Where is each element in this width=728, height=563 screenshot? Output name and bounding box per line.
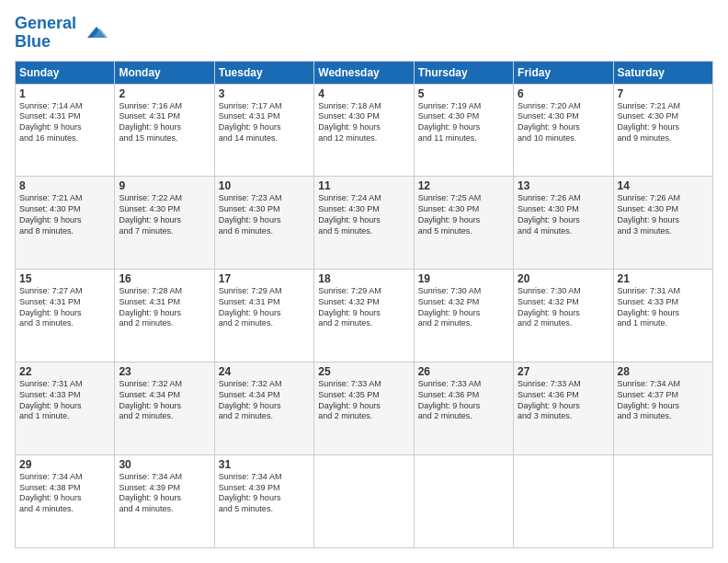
day-info: Sunrise: 7:33 AMSunset: 4:36 PMDaylight:…	[418, 379, 509, 422]
calendar-cell: 15Sunrise: 7:27 AMSunset: 4:31 PMDayligh…	[16, 270, 115, 362]
calendar-week-row: 1Sunrise: 7:14 AMSunset: 4:31 PMDaylight…	[16, 84, 713, 177]
day-info: Sunrise: 7:25 AMSunset: 4:30 PMDaylight:…	[418, 193, 509, 236]
day-number: 19	[418, 272, 509, 285]
day-number: 17	[219, 272, 310, 285]
day-info: Sunrise: 7:30 AMSunset: 4:32 PMDaylight:…	[418, 286, 509, 329]
calendar-cell: 10Sunrise: 7:23 AMSunset: 4:30 PMDayligh…	[214, 177, 313, 270]
day-info: Sunrise: 7:33 AMSunset: 4:35 PMDaylight:…	[318, 379, 409, 422]
logo-text: GeneralBlue	[15, 15, 76, 52]
calendar-cell: 18Sunrise: 7:29 AMSunset: 4:32 PMDayligh…	[314, 270, 414, 362]
day-info: Sunrise: 7:27 AMSunset: 4:31 PMDaylight:…	[19, 286, 110, 329]
calendar-cell	[613, 455, 712, 548]
logo: GeneralBlue	[15, 15, 108, 52]
calendar-cell	[514, 455, 613, 548]
day-number: 8	[19, 179, 110, 192]
calendar-cell: 21Sunrise: 7:31 AMSunset: 4:33 PMDayligh…	[613, 270, 712, 362]
calendar-cell: 27Sunrise: 7:33 AMSunset: 4:36 PMDayligh…	[514, 362, 613, 455]
calendar-week-row: 8Sunrise: 7:21 AMSunset: 4:30 PMDaylight…	[16, 177, 713, 270]
calendar-week-row: 22Sunrise: 7:31 AMSunset: 4:33 PMDayligh…	[16, 362, 713, 455]
day-info: Sunrise: 7:31 AMSunset: 4:33 PMDaylight:…	[618, 286, 709, 329]
calendar-week-row: 29Sunrise: 7:34 AMSunset: 4:38 PMDayligh…	[16, 455, 713, 548]
day-number: 20	[518, 272, 609, 285]
header: GeneralBlue	[15, 15, 713, 52]
day-info: Sunrise: 7:26 AMSunset: 4:30 PMDaylight:…	[518, 193, 609, 236]
calendar-cell: 25Sunrise: 7:33 AMSunset: 4:35 PMDayligh…	[314, 362, 414, 455]
calendar-day-header: Tuesday	[214, 61, 313, 84]
day-number: 13	[518, 179, 609, 192]
day-number: 22	[19, 365, 110, 378]
day-info: Sunrise: 7:14 AMSunset: 4:31 PMDaylight:…	[19, 101, 110, 144]
day-number: 3	[219, 87, 310, 100]
day-number: 21	[618, 272, 709, 285]
calendar-cell	[314, 455, 414, 548]
calendar-cell: 13Sunrise: 7:26 AMSunset: 4:30 PMDayligh…	[514, 177, 613, 270]
day-info: Sunrise: 7:20 AMSunset: 4:30 PMDaylight:…	[518, 101, 609, 144]
day-number: 18	[318, 272, 409, 285]
day-number: 1	[19, 87, 110, 100]
day-info: Sunrise: 7:29 AMSunset: 4:32 PMDaylight:…	[318, 286, 409, 329]
calendar-cell: 26Sunrise: 7:33 AMSunset: 4:36 PMDayligh…	[414, 362, 513, 455]
day-number: 10	[219, 179, 310, 192]
day-info: Sunrise: 7:31 AMSunset: 4:33 PMDaylight:…	[19, 379, 110, 422]
calendar-day-header: Sunday	[16, 61, 115, 84]
logo-icon	[80, 19, 108, 47]
day-info: Sunrise: 7:16 AMSunset: 4:31 PMDaylight:…	[119, 101, 210, 144]
day-number: 26	[418, 365, 509, 378]
day-number: 30	[119, 458, 210, 471]
calendar-week-row: 15Sunrise: 7:27 AMSunset: 4:31 PMDayligh…	[16, 270, 713, 362]
calendar-cell: 5Sunrise: 7:19 AMSunset: 4:30 PMDaylight…	[414, 84, 513, 177]
day-info: Sunrise: 7:18 AMSunset: 4:30 PMDaylight:…	[318, 101, 409, 144]
calendar-cell: 11Sunrise: 7:24 AMSunset: 4:30 PMDayligh…	[314, 177, 414, 270]
day-number: 12	[418, 179, 509, 192]
calendar-cell: 8Sunrise: 7:21 AMSunset: 4:30 PMDaylight…	[16, 177, 115, 270]
day-info: Sunrise: 7:21 AMSunset: 4:30 PMDaylight:…	[19, 193, 110, 236]
day-info: Sunrise: 7:32 AMSunset: 4:34 PMDaylight:…	[219, 379, 310, 422]
day-info: Sunrise: 7:34 AMSunset: 4:38 PMDaylight:…	[19, 472, 110, 515]
calendar-cell: 7Sunrise: 7:21 AMSunset: 4:30 PMDaylight…	[613, 84, 712, 177]
calendar-cell: 30Sunrise: 7:34 AMSunset: 4:39 PMDayligh…	[115, 455, 214, 548]
day-number: 2	[119, 87, 210, 100]
day-number: 7	[618, 87, 709, 100]
day-number: 31	[219, 458, 310, 471]
day-info: Sunrise: 7:30 AMSunset: 4:32 PMDaylight:…	[518, 286, 609, 329]
calendar-cell: 12Sunrise: 7:25 AMSunset: 4:30 PMDayligh…	[414, 177, 513, 270]
calendar-cell	[414, 455, 513, 548]
calendar-cell: 22Sunrise: 7:31 AMSunset: 4:33 PMDayligh…	[16, 362, 115, 455]
calendar-cell: 4Sunrise: 7:18 AMSunset: 4:30 PMDaylight…	[314, 84, 414, 177]
calendar-day-header: Monday	[115, 61, 214, 84]
calendar-cell: 3Sunrise: 7:17 AMSunset: 4:31 PMDaylight…	[214, 84, 313, 177]
calendar-day-header: Thursday	[414, 61, 513, 84]
day-info: Sunrise: 7:17 AMSunset: 4:31 PMDaylight:…	[219, 101, 310, 144]
calendar-header-row: SundayMondayTuesdayWednesdayThursdayFrid…	[16, 61, 713, 84]
day-info: Sunrise: 7:21 AMSunset: 4:30 PMDaylight:…	[618, 101, 709, 144]
calendar-cell: 20Sunrise: 7:30 AMSunset: 4:32 PMDayligh…	[514, 270, 613, 362]
day-number: 14	[618, 179, 709, 192]
calendar-cell: 2Sunrise: 7:16 AMSunset: 4:31 PMDaylight…	[115, 84, 214, 177]
day-info: Sunrise: 7:34 AMSunset: 4:39 PMDaylight:…	[219, 472, 310, 515]
page: GeneralBlue SundayMondayTuesdayWednesday…	[0, 0, 728, 563]
day-info: Sunrise: 7:24 AMSunset: 4:30 PMDaylight:…	[318, 193, 409, 236]
day-info: Sunrise: 7:29 AMSunset: 4:31 PMDaylight:…	[219, 286, 310, 329]
calendar-cell: 31Sunrise: 7:34 AMSunset: 4:39 PMDayligh…	[214, 455, 313, 548]
calendar-cell: 6Sunrise: 7:20 AMSunset: 4:30 PMDaylight…	[514, 84, 613, 177]
day-number: 27	[518, 365, 609, 378]
day-info: Sunrise: 7:19 AMSunset: 4:30 PMDaylight:…	[418, 101, 509, 144]
day-number: 9	[119, 179, 210, 192]
calendar-cell: 17Sunrise: 7:29 AMSunset: 4:31 PMDayligh…	[214, 270, 313, 362]
day-number: 11	[318, 179, 409, 192]
calendar-cell: 14Sunrise: 7:26 AMSunset: 4:30 PMDayligh…	[613, 177, 712, 270]
calendar-cell: 29Sunrise: 7:34 AMSunset: 4:38 PMDayligh…	[16, 455, 115, 548]
day-number: 15	[19, 272, 110, 285]
day-info: Sunrise: 7:34 AMSunset: 4:39 PMDaylight:…	[119, 472, 210, 515]
day-number: 29	[19, 458, 110, 471]
calendar-day-header: Wednesday	[314, 61, 414, 84]
day-number: 6	[518, 87, 609, 100]
day-info: Sunrise: 7:23 AMSunset: 4:30 PMDaylight:…	[219, 193, 310, 236]
day-info: Sunrise: 7:28 AMSunset: 4:31 PMDaylight:…	[119, 286, 210, 329]
day-number: 25	[318, 365, 409, 378]
calendar-table: SundayMondayTuesdayWednesdayThursdayFrid…	[15, 61, 713, 548]
day-number: 28	[618, 365, 709, 378]
day-info: Sunrise: 7:33 AMSunset: 4:36 PMDaylight:…	[518, 379, 609, 422]
calendar-cell: 1Sunrise: 7:14 AMSunset: 4:31 PMDaylight…	[16, 84, 115, 177]
calendar-cell: 19Sunrise: 7:30 AMSunset: 4:32 PMDayligh…	[414, 270, 513, 362]
